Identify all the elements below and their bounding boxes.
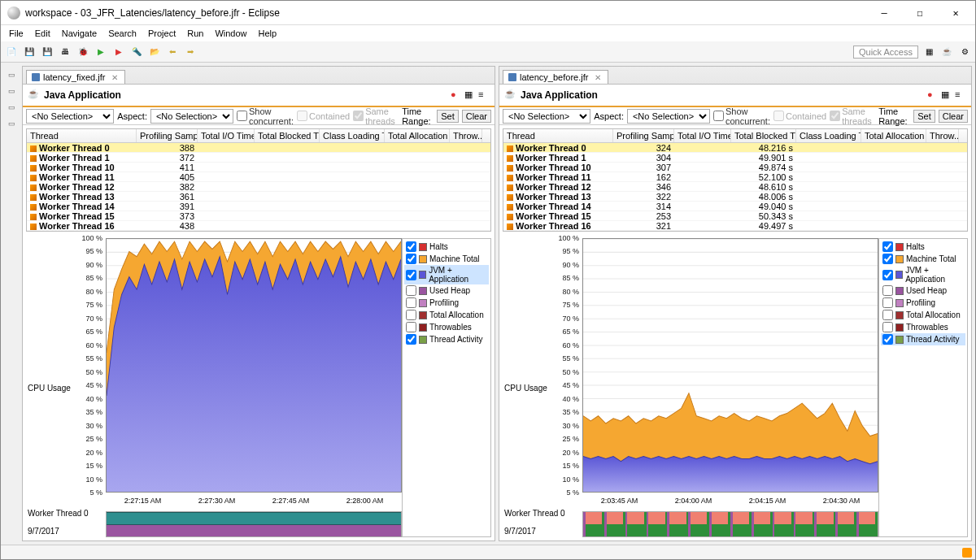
table-row[interactable]: Worker Thread 16438 [27,221,490,231]
column-header[interactable]: Total I/O Time [674,129,731,142]
column-header[interactable]: Profiling Samples [137,129,198,142]
cpu-chart-right[interactable] [582,238,878,493]
legend-item[interactable]: Profiling [881,297,965,309]
table-row[interactable]: Worker Thread 15373 [27,211,490,221]
print-icon[interactable]: 🖶 [58,45,72,59]
run-icon[interactable]: ▶ [94,45,108,59]
legend-item[interactable]: Throwables [881,321,965,333]
table-row[interactable]: Worker Thread 1431449.040 s [503,202,967,211]
menu-help[interactable]: Help [254,27,282,40]
legend-item[interactable]: Total Allocation [404,309,489,321]
menu-project[interactable]: Project [143,27,181,40]
legend-item[interactable]: Thread Activity [404,333,489,345]
column-header[interactable]: Total Blocked Time [731,129,796,142]
column-header[interactable]: Total Blocked Time [255,129,320,142]
aspect-select[interactable]: <No Selection> [150,109,233,124]
alert-icon[interactable]: ● [451,89,462,101]
alert-icon[interactable]: ● [927,89,939,101]
thread-filter-select[interactable]: <No Selection> [26,109,114,124]
thread-filter-select[interactable]: <No Selection> [503,109,590,124]
ext-tools-icon[interactable]: ▶ [111,45,126,59]
table-row[interactable]: Worker Thread 130449.901 s [503,153,967,163]
back-icon[interactable]: ⬅ [165,45,180,59]
table-row[interactable]: Worker Thread 032448.216 s [503,143,967,153]
cpu-chart-left[interactable] [106,238,402,493]
minimize-button[interactable]: — [871,4,897,22]
table-row[interactable]: Worker Thread 1116252.100 s [503,172,967,182]
gutter-item-nav[interactable]: ▭ [6,85,17,97]
set-button[interactable]: Set [437,110,459,123]
clear-button[interactable]: Clear [939,110,968,123]
bars-icon[interactable]: ≡ [478,89,490,101]
clear-button[interactable]: Clear [462,110,491,123]
legend-item[interactable]: Profiling [404,297,489,309]
debug-icon[interactable]: 🐞 [76,45,90,59]
thread-activity-bar-right[interactable] [582,511,878,537]
column-header[interactable]: Thread [503,129,613,142]
gutter-item-outline[interactable]: ▭ [6,69,17,80]
legend-item[interactable]: Thread Activity [881,333,965,345]
save-icon[interactable]: 💾 [22,45,37,59]
table-row[interactable]: Worker Thread 14391 [27,202,490,211]
menu-file[interactable]: File [4,27,28,40]
saveall-icon[interactable]: 💾 [40,45,54,59]
table-row[interactable]: Worker Thread 1030749.874 s [503,163,967,172]
legend-item[interactable]: Throwables [404,321,489,333]
column-header[interactable]: Total Allocation [861,129,926,142]
table-row[interactable]: Worker Thread 12382 [27,182,490,192]
legend-item[interactable]: Used Heap [404,284,489,297]
show-concurrent-check[interactable]: Show concurrent: [713,106,770,126]
table-row[interactable]: Worker Thread 1525350.343 s [503,211,967,221]
table-row[interactable]: Worker Thread 1234648.610 s [503,182,967,192]
new-icon[interactable]: 📄 [4,45,19,59]
legend-item[interactable]: Machine Total [404,253,489,265]
aspect-select[interactable]: <No Selection> [627,109,710,124]
legend-item[interactable]: Total Allocation [881,309,965,321]
column-header[interactable]: Class Loading Time [320,129,385,142]
table-row[interactable]: Worker Thread 11405 [27,172,490,182]
legend-item[interactable]: Used Heap [881,284,965,297]
menu-edit[interactable]: Edit [30,27,55,40]
close-icon[interactable]: ✕ [111,73,118,82]
column-header[interactable]: Total I/O Time [198,129,255,142]
show-concurrent-check[interactable]: Show concurrent: [237,106,294,126]
legend-item[interactable]: Machine Total [881,253,965,265]
bars-icon[interactable]: ≡ [955,89,966,101]
column-header[interactable]: Throw... [926,129,959,142]
perspective-icon[interactable]: ▦ [922,45,936,59]
table-row[interactable]: Worker Thread 1372 [27,153,490,163]
menu-search[interactable]: Search [103,27,142,40]
legend-item[interactable]: Halts [881,241,965,253]
legend-item[interactable]: JVM + Application [404,265,489,284]
table-row[interactable]: Worker Thread 10411 [27,163,490,172]
legend-item[interactable]: Halts [404,241,489,253]
jmc-perspective-icon[interactable]: ☕ [939,45,954,59]
column-header[interactable]: Total Allocation [385,129,450,142]
menu-navigate[interactable]: Navigate [57,27,102,40]
grid-icon[interactable]: ▦ [464,89,476,101]
column-header[interactable]: Thread [27,129,137,142]
search-icon[interactable]: 🔦 [129,45,144,59]
column-header[interactable]: Class Loading Time [796,129,861,142]
maximize-button[interactable]: ☐ [907,4,933,22]
table-row[interactable]: Worker Thread 13361 [27,192,490,202]
other-perspective-icon[interactable]: ⚙ [957,45,972,59]
table-row[interactable]: Worker Thread 0388 [27,143,490,153]
close-icon[interactable]: ✕ [595,73,601,82]
gutter-item-props[interactable]: ▭ [6,102,17,113]
set-button[interactable]: Set [913,110,935,123]
legend-item[interactable]: JVM + Application [881,265,965,284]
quick-access[interactable]: Quick Access [853,46,918,59]
rss-icon[interactable] [962,548,972,558]
table-row[interactable]: Worker Thread 1632149.497 s [503,221,967,231]
table-row[interactable]: Worker Thread 1332248.006 s [503,192,967,202]
column-header[interactable]: Throw... [450,129,482,142]
close-button[interactable]: ✕ [943,4,969,22]
thread-activity-bar-left[interactable] [106,511,402,537]
gutter-item-progress[interactable]: ▭ [6,118,17,129]
menu-run[interactable]: Run [182,27,208,40]
tab-latency-before[interactable]: latency_before.jfr ✕ [503,70,608,84]
fwd-icon[interactable]: ➡ [183,45,198,59]
nav-icon[interactable]: 📂 [147,45,162,59]
tab-latency-fixed[interactable]: latency_fixed.jfr ✕ [26,70,125,84]
